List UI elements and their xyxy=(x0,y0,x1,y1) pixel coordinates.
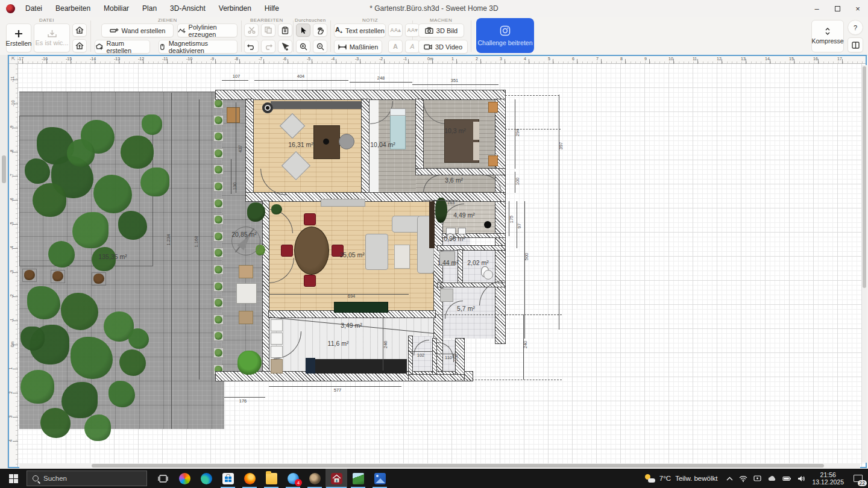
menu-verbinden[interactable]: Verbinden xyxy=(213,2,257,15)
speaker-icon[interactable] xyxy=(794,475,808,482)
vertical-scrollbar[interactable] xyxy=(862,65,867,463)
bold-button[interactable]: A xyxy=(388,40,403,53)
washer xyxy=(483,270,493,280)
pointer-tool-button[interactable] xyxy=(296,23,310,37)
section-datei: DATEI xyxy=(39,17,54,23)
export-home-button[interactable] xyxy=(72,39,87,52)
taskbar-icon-copilot[interactable] xyxy=(174,469,195,488)
raum-erstellen-button[interactable]: Raum erstellen xyxy=(95,40,150,54)
help-button[interactable]: ? xyxy=(848,20,863,35)
bild3d-button[interactable]: 3D Bild xyxy=(418,23,464,37)
polylinien-button[interactable]: Polylinien erzeugen xyxy=(177,23,237,37)
display-icon[interactable] xyxy=(750,475,764,482)
dining-table xyxy=(294,227,329,275)
taskbar-icon-edge[interactable] xyxy=(195,469,217,488)
dimension-label: 110 xyxy=(445,355,452,360)
taskbar-search-input[interactable]: Suchen xyxy=(27,471,147,486)
taskbar-icon-store[interactable] xyxy=(217,469,239,488)
kitchen-cabinet xyxy=(271,359,283,374)
undo-button[interactable] xyxy=(244,40,259,53)
v-scroll-thumb[interactable] xyxy=(863,66,866,288)
menu-bearbeiten[interactable]: Bearbeiten xyxy=(50,2,96,15)
close-button[interactable]: × xyxy=(848,0,868,17)
es-ist-button[interactable]: Es ist wic... xyxy=(34,23,70,52)
menu-3d-ansicht[interactable]: 3D-Ansicht xyxy=(165,2,211,15)
ruler-top-label: 17 xyxy=(837,57,842,61)
menu-hilfe[interactable]: Hilfe xyxy=(259,2,285,15)
pan-tool-button[interactable] xyxy=(313,23,327,37)
bed-1004-pillow xyxy=(390,108,406,116)
tree xyxy=(128,328,149,349)
tree xyxy=(33,183,66,217)
wand-erstellen-button[interactable]: Wand erstellen xyxy=(101,23,174,37)
mail-badge: 4 xyxy=(295,479,302,486)
horizontal-scrollbar[interactable] xyxy=(19,463,860,468)
plan-panel[interactable]: ⇱ -17-16-15-14-13-12-11-10-9-8-7-6-5-4-3… xyxy=(8,55,867,468)
menu-datei[interactable]: Datei xyxy=(20,2,48,15)
ruler-top-label: 10 xyxy=(668,57,673,61)
video3d-button[interactable]: 3D Video xyxy=(418,40,468,54)
taskbar-icon-explorer[interactable] xyxy=(260,469,282,488)
import-home-button[interactable] xyxy=(72,23,87,37)
taskbar-icon-sweethome3d[interactable] xyxy=(326,469,347,488)
kompresse-button[interactable]: Kompresse xyxy=(811,20,844,52)
dimension-label: 100 xyxy=(515,178,520,186)
wall xyxy=(409,375,464,381)
kitchen-appliance xyxy=(271,319,283,331)
room-area-label: 3,49 m² xyxy=(341,322,362,329)
furniture-panel-splitter[interactable] xyxy=(0,55,8,468)
dimension-label: 1.168 xyxy=(193,236,199,248)
italic-button[interactable]: A xyxy=(405,40,420,53)
weather-widget[interactable]: 7°C Teilw. bewölkt xyxy=(639,474,724,483)
select-add-button[interactable] xyxy=(278,40,292,53)
ruler-top-label: 7 xyxy=(596,57,599,61)
taskbar-icon-task-view[interactable] xyxy=(152,469,174,488)
taskbar-icon-mail[interactable]: 4 xyxy=(282,469,304,488)
splitter-thumb[interactable] xyxy=(2,155,6,183)
text-erstellen-button[interactable]: A+ Text erstellen xyxy=(334,23,386,37)
ruler-top-label: 2 xyxy=(476,57,478,61)
plan-canvas[interactable]: 135,35 m²16,31 m²10,04 m²10,3 m²3,6 m²20… xyxy=(18,64,866,467)
font-bigger-button[interactable]: AA▴ xyxy=(388,23,403,37)
battery-icon[interactable] xyxy=(779,476,794,481)
wifi-icon[interactable] xyxy=(736,475,750,482)
notification-center-button[interactable]: 22 xyxy=(848,469,868,488)
ruler-corner: ⇱ xyxy=(9,56,18,64)
restore-button[interactable] xyxy=(827,0,848,17)
ruler-top-label: 3 xyxy=(500,57,502,61)
taskbar-icon-round-app[interactable] xyxy=(304,469,326,488)
taskbar-icon-photos[interactable] xyxy=(369,469,391,488)
ruler-top-label: 14 xyxy=(765,57,770,61)
start-button[interactable] xyxy=(0,469,27,488)
section-bearbeiten: BEARBEITEN xyxy=(250,17,283,23)
h-scroll-thumb[interactable] xyxy=(92,464,824,468)
room-area-label: 20,85 m² xyxy=(231,231,256,238)
dining-chair xyxy=(304,213,316,225)
font-smaller-button[interactable]: AA▾ xyxy=(405,23,420,37)
menu-plan[interactable]: Plan xyxy=(137,2,162,15)
magnetismus-button[interactable]: Magnetismus deaktivieren xyxy=(159,40,237,54)
challenge-beitreten-button[interactable]: Challenge beitreten xyxy=(476,18,534,53)
redo-button[interactable] xyxy=(261,40,275,53)
panel-toggle-button[interactable] xyxy=(848,37,863,52)
zoom-in-button[interactable] xyxy=(296,40,310,53)
onedrive-icon[interactable] xyxy=(764,475,779,481)
copy-button[interactable] xyxy=(261,23,275,37)
tray-chevron-icon[interactable] xyxy=(723,477,736,481)
wall xyxy=(263,201,269,380)
taskbar-icon-screenshot[interactable] xyxy=(347,469,369,488)
ruler-top-label: -8 xyxy=(234,57,238,61)
masslinien-button[interactable]: Maßlinien xyxy=(334,40,382,54)
menu-mobiliar[interactable]: Mobiliar xyxy=(98,2,134,15)
dimension-label: 97 xyxy=(517,224,522,228)
minimize-button[interactable]: – xyxy=(807,0,827,17)
taskbar-icon-firefox[interactable] xyxy=(239,469,260,488)
bed-pillow xyxy=(473,142,479,160)
paste-button[interactable] xyxy=(278,23,292,37)
zoom-out-button[interactable] xyxy=(313,40,327,53)
dimension-line xyxy=(559,95,559,330)
erstellen-button[interactable]: Erstellen xyxy=(6,23,31,52)
tree xyxy=(20,327,45,351)
taskbar-clock[interactable]: 21:56 13.12.2025 xyxy=(808,471,848,486)
cut-button[interactable] xyxy=(244,23,259,37)
